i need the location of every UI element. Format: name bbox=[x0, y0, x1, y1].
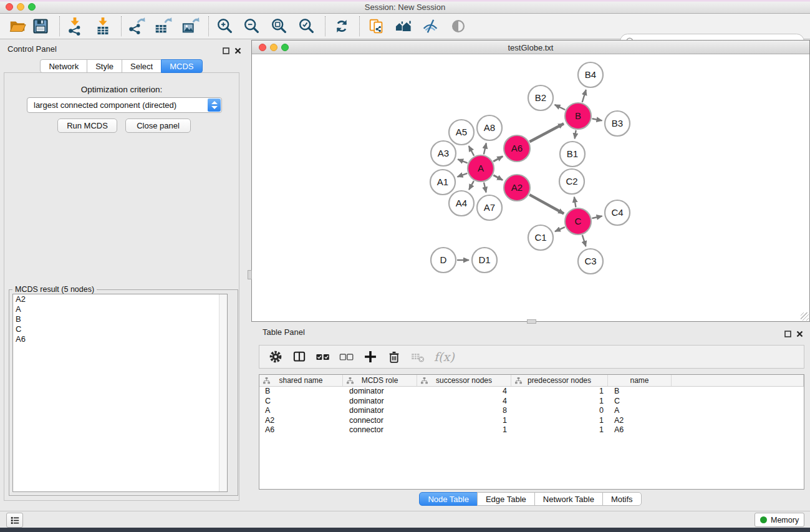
run-mcds-button[interactable]: Run MCDS bbox=[57, 118, 117, 133]
zoom-in-icon[interactable] bbox=[216, 17, 234, 36]
graph-node[interactable]: B bbox=[565, 103, 591, 129]
graph-edge[interactable] bbox=[582, 90, 586, 102]
graph-edge[interactable] bbox=[529, 123, 564, 142]
task-history-button[interactable] bbox=[6, 513, 23, 528]
table-cell[interactable]: dominator bbox=[343, 397, 417, 407]
graph-edge[interactable] bbox=[458, 173, 468, 177]
export-image-icon[interactable] bbox=[181, 17, 200, 36]
table-cell[interactable]: A6 bbox=[608, 425, 672, 435]
table-cell[interactable]: connector bbox=[343, 416, 417, 426]
add-icon[interactable] bbox=[362, 348, 379, 365]
graph-node[interactable]: A7 bbox=[477, 195, 502, 220]
zoom-out-icon[interactable] bbox=[243, 17, 261, 36]
table-cell[interactable]: A bbox=[259, 406, 343, 416]
refresh-icon[interactable] bbox=[332, 17, 351, 36]
deselect-all-icon[interactable] bbox=[338, 348, 355, 365]
graph-node[interactable]: C3 bbox=[578, 249, 603, 274]
close-panel-button[interactable]: Close panel bbox=[125, 118, 191, 133]
graph-node[interactable]: B1 bbox=[560, 142, 585, 167]
export-table-icon[interactable] bbox=[153, 17, 172, 36]
table-cell[interactable]: dominator bbox=[343, 406, 417, 416]
table-cell[interactable]: C bbox=[259, 397, 343, 407]
mcds-result-item[interactable]: C bbox=[13, 324, 227, 334]
criterion-dropdown[interactable]: largest connected component (directed) bbox=[27, 97, 222, 113]
eye-slash-icon[interactable] bbox=[421, 17, 440, 36]
select-all-icon[interactable] bbox=[314, 348, 332, 365]
table-cell[interactable]: 0 bbox=[511, 406, 608, 416]
table-cell[interactable]: 4 bbox=[417, 397, 511, 407]
export-network-icon[interactable] bbox=[127, 17, 145, 36]
memory-button[interactable]: Memory bbox=[755, 513, 804, 527]
graph-edge[interactable] bbox=[469, 181, 474, 190]
tab-style[interactable]: Style bbox=[87, 59, 122, 73]
eye-icon[interactable] bbox=[449, 17, 468, 36]
graph-edge[interactable] bbox=[555, 227, 565, 231]
graph-node[interactable]: D1 bbox=[472, 248, 497, 273]
graph-edge[interactable] bbox=[592, 216, 602, 218]
mcds-result-item[interactable]: B bbox=[13, 314, 227, 324]
table-cell[interactable] bbox=[672, 397, 804, 407]
graph-edge[interactable] bbox=[484, 143, 486, 154]
table-cell[interactable] bbox=[672, 416, 804, 426]
table-cell[interactable]: connector bbox=[343, 425, 417, 435]
graph-node[interactable]: C4 bbox=[605, 200, 630, 225]
graph-node[interactable]: A3 bbox=[431, 141, 456, 166]
graph-edge[interactable] bbox=[458, 159, 467, 163]
table-cell[interactable] bbox=[672, 387, 804, 397]
table-cell[interactable]: A2 bbox=[608, 416, 672, 426]
table-cell[interactable]: A6 bbox=[259, 425, 343, 435]
network-canvas[interactable]: B4B2BB3A8A5A6A3B1AA1C2A2A4A7C4CC1C3DD1 bbox=[252, 54, 809, 321]
table-cell[interactable]: B bbox=[608, 387, 672, 397]
graph-node[interactable]: A2 bbox=[504, 175, 530, 201]
graph-node[interactable]: C1 bbox=[528, 225, 553, 250]
zoom-fit-icon[interactable] bbox=[270, 17, 289, 36]
import-network-icon[interactable] bbox=[65, 17, 84, 36]
table-cell[interactable] bbox=[672, 406, 804, 416]
column-header[interactable]: predecessor nodes bbox=[511, 375, 608, 386]
graph-node[interactable]: B4 bbox=[578, 62, 603, 87]
graph-edge[interactable] bbox=[574, 197, 576, 208]
table-row[interactable]: Cdominator41C bbox=[259, 397, 804, 407]
graph-node[interactable]: A5 bbox=[449, 120, 474, 145]
table-cell[interactable]: 1 bbox=[511, 416, 608, 426]
split-view-icon[interactable] bbox=[291, 348, 308, 365]
graph-node[interactable]: C2 bbox=[559, 169, 584, 194]
table-cell[interactable]: A2 bbox=[259, 416, 343, 426]
table-row[interactable]: A2connector11A2 bbox=[259, 416, 804, 426]
column-header[interactable]: successor nodes bbox=[417, 375, 511, 386]
float-panel-icon[interactable] bbox=[223, 46, 229, 57]
resize-grip[interactable] bbox=[801, 312, 809, 321]
tab-network[interactable]: Network bbox=[40, 59, 87, 73]
trash-icon[interactable] bbox=[385, 348, 403, 365]
graph-node[interactable]: A bbox=[468, 155, 494, 181]
graph-edge[interactable] bbox=[493, 157, 503, 162]
column-header[interactable] bbox=[672, 375, 804, 386]
table-cell[interactable]: B bbox=[259, 387, 343, 397]
graph-node[interactable]: B2 bbox=[528, 85, 553, 110]
tab-select[interactable]: Select bbox=[122, 59, 162, 73]
import-table-icon[interactable] bbox=[94, 17, 112, 36]
gear-icon[interactable] bbox=[267, 348, 284, 365]
scrollbar-track[interactable] bbox=[219, 294, 227, 491]
table-cell[interactable]: 1 bbox=[511, 425, 608, 435]
column-header[interactable]: shared name bbox=[259, 375, 343, 386]
graph-node[interactable]: A6 bbox=[504, 135, 530, 162]
table-cell[interactable]: 8 bbox=[417, 406, 511, 416]
close-panel-icon[interactable] bbox=[234, 46, 241, 57]
mcds-result-item[interactable]: A bbox=[13, 304, 227, 314]
graph-node[interactable]: D bbox=[431, 248, 456, 273]
tab-edge-table[interactable]: Edge Table bbox=[477, 492, 535, 506]
table-cell[interactable]: 1 bbox=[417, 425, 511, 435]
graph-edge[interactable] bbox=[493, 175, 503, 180]
graph-node[interactable]: A1 bbox=[430, 170, 455, 195]
graph-edge[interactable] bbox=[469, 146, 474, 156]
graph-edge[interactable] bbox=[529, 195, 564, 213]
table-cell[interactable]: dominator bbox=[343, 387, 417, 397]
table-cell[interactable]: 1 bbox=[511, 387, 608, 397]
float-table-panel-icon[interactable] bbox=[784, 329, 791, 340]
table-cell[interactable]: C bbox=[608, 397, 672, 407]
table-cell[interactable]: 1 bbox=[511, 397, 608, 407]
home-icon[interactable] bbox=[394, 17, 413, 36]
graph-edge[interactable] bbox=[582, 235, 586, 246]
column-header[interactable]: MCDS role bbox=[343, 375, 417, 386]
